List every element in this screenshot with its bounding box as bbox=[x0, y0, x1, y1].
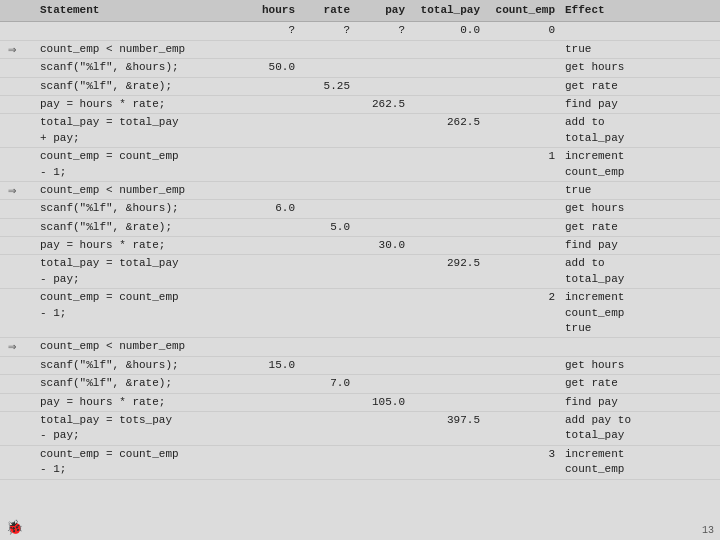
arrow-icon: ⇒ bbox=[8, 43, 16, 57]
cell-effect: get hours bbox=[565, 358, 705, 373]
table-row: pay = hours * rate;30.0find pay bbox=[0, 237, 720, 255]
cell-total_pay: 0.0 bbox=[415, 23, 490, 38]
cell-effect: find pay bbox=[565, 238, 705, 253]
cell-statement: scanf("%lf", &rate); bbox=[40, 376, 250, 391]
table-row: total_pay = total_pay - pay;292.5add to … bbox=[0, 255, 720, 289]
table-row: scanf("%lf", &hours);15.0get hours bbox=[0, 357, 720, 375]
cell-effect: find pay bbox=[565, 395, 705, 410]
cell-statement: total_pay = total_pay - pay; bbox=[40, 256, 250, 287]
cell-pay: 30.0 bbox=[360, 238, 415, 253]
table-row: total_pay = total_pay + pay;262.5add to … bbox=[0, 114, 720, 148]
cell-statement: scanf("%lf", &rate); bbox=[40, 79, 250, 94]
table-row: pay = hours * rate;262.5find pay bbox=[0, 96, 720, 114]
table-row: scanf("%lf", &hours);6.0get hours bbox=[0, 200, 720, 218]
main-page: Statement hours rate pay total_pay count… bbox=[0, 0, 720, 540]
cell-statement: count_emp < number_emp bbox=[40, 339, 250, 354]
table-row: count_emp = count_emp - 1;2increment cou… bbox=[0, 289, 720, 338]
cell-effect: increment count_emp bbox=[565, 149, 705, 180]
cell-statement: scanf("%lf", &hours); bbox=[40, 201, 250, 216]
cell-count_emp: 1 bbox=[490, 149, 565, 164]
table-row: ???0.00 bbox=[0, 22, 720, 40]
cell-pay: ? bbox=[360, 23, 415, 38]
table-row: pay = hours * rate;105.0find pay bbox=[0, 394, 720, 412]
cell-effect: true bbox=[565, 183, 705, 198]
cell-pay: 105.0 bbox=[360, 395, 415, 410]
table-row: count_emp = count_emp - 1;3increment cou… bbox=[0, 446, 720, 480]
table-row: ⇒count_emp < number_emptrue bbox=[0, 182, 720, 200]
cell-statement: count_emp < number_emp bbox=[40, 183, 250, 198]
cell-hours: 15.0 bbox=[250, 358, 305, 373]
table-body: ???0.00⇒count_emp < number_emptruescanf(… bbox=[0, 22, 720, 540]
cell-effect: add to total_pay bbox=[565, 115, 705, 146]
table-row: scanf("%lf", &rate);7.0get rate bbox=[0, 375, 720, 393]
cell-effect: get rate bbox=[565, 220, 705, 235]
cell-rate: 7.0 bbox=[305, 376, 360, 391]
arrow-icon: ⇒ bbox=[8, 184, 16, 198]
cell-statement: pay = hours * rate; bbox=[40, 97, 250, 112]
col-header-total-pay: total_pay bbox=[415, 3, 490, 18]
cell-rate: ? bbox=[305, 23, 360, 38]
cell-effect: find pay bbox=[565, 97, 705, 112]
cell-hours: ? bbox=[250, 23, 305, 38]
cell-statement: scanf("%lf", &rate); bbox=[40, 220, 250, 235]
cell-count_emp: 3 bbox=[490, 447, 565, 462]
cell-effect: add pay to total_pay bbox=[565, 413, 705, 444]
cell-statement: total_pay = tots_pay - pay; bbox=[40, 413, 250, 444]
cell-statement: scanf("%lf", &hours); bbox=[40, 60, 250, 75]
cell-statement: pay = hours * rate; bbox=[40, 238, 250, 253]
cell-count_emp: 2 bbox=[490, 290, 565, 305]
cell-count_emp: 0 bbox=[490, 23, 565, 38]
table-row: count_emp = count_emp - 1;1increment cou… bbox=[0, 148, 720, 182]
cell-effect: increment count_emp bbox=[565, 447, 705, 478]
table-row: ⇒count_emp < number_emptrue bbox=[0, 41, 720, 59]
cell-statement: count_emp = count_emp - 1; bbox=[40, 447, 250, 478]
table-row: scanf("%lf", &rate);5.25get rate bbox=[0, 78, 720, 96]
col-header-statement: Statement bbox=[40, 3, 250, 18]
cell-hours: 50.0 bbox=[250, 60, 305, 75]
cell-statement: pay = hours * rate; bbox=[40, 395, 250, 410]
cell-effect: add to total_pay bbox=[565, 256, 705, 287]
table-row: scanf("%lf", &rate);5.0get rate bbox=[0, 219, 720, 237]
table-header: Statement hours rate pay total_pay count… bbox=[0, 0, 720, 22]
cell-hours: 6.0 bbox=[250, 201, 305, 216]
page-number: 13 bbox=[702, 525, 714, 536]
table-row: scanf("%lf", &hours);50.0get hours bbox=[0, 59, 720, 77]
col-header-rate: rate bbox=[305, 3, 360, 18]
cell-effect: true bbox=[565, 42, 705, 57]
table-row: ⇒count_emp < number_emp bbox=[0, 338, 720, 356]
table-row: total_pay = tots_pay - pay;397.5add pay … bbox=[0, 412, 720, 446]
cell-rate: 5.0 bbox=[305, 220, 360, 235]
cell-effect: get rate bbox=[565, 79, 705, 94]
cell-effect: get hours bbox=[565, 201, 705, 216]
cell-statement: count_emp = count_emp - 1; bbox=[40, 290, 250, 321]
col-header-pay: pay bbox=[360, 3, 415, 18]
bug-icon: 🐞 bbox=[6, 519, 23, 536]
cell-total_pay: 292.5 bbox=[415, 256, 490, 271]
cell-total_pay: 397.5 bbox=[415, 413, 490, 428]
col-header-count-emp: count_emp bbox=[490, 3, 565, 18]
cell-total_pay: 262.5 bbox=[415, 115, 490, 130]
cell-statement: total_pay = total_pay + pay; bbox=[40, 115, 250, 146]
cell-effect: get hours bbox=[565, 60, 705, 75]
cell-statement: scanf("%lf", &hours); bbox=[40, 358, 250, 373]
col-header-hours: hours bbox=[250, 3, 305, 18]
cell-statement: count_emp < number_emp bbox=[40, 42, 250, 57]
cell-statement: count_emp = count_emp - 1; bbox=[40, 149, 250, 180]
cell-effect: get rate bbox=[565, 376, 705, 391]
cell-pay: 262.5 bbox=[360, 97, 415, 112]
arrow-icon: ⇒ bbox=[8, 340, 16, 354]
cell-effect: increment count_emp true bbox=[565, 290, 705, 336]
cell-rate: 5.25 bbox=[305, 79, 360, 94]
col-header-effect: Effect bbox=[565, 3, 705, 18]
